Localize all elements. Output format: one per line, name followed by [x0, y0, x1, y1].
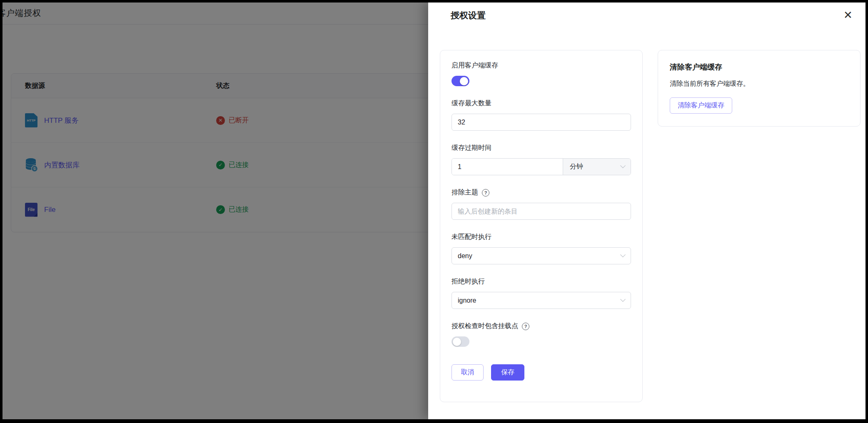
- window-frame: 客户端授权 数据源 状态 HTTP HTTP 服务 ✕ 已断开: [0, 0, 868, 423]
- cache-expire-input[interactable]: [452, 159, 563, 175]
- field-include-mount: 授权检查时包含挂载点 ?: [451, 322, 631, 347]
- enable-cache-toggle[interactable]: [451, 76, 469, 86]
- toggle-knob: [460, 77, 468, 85]
- drawer-title: 授权设置: [451, 10, 486, 21]
- cache-expire-unit-select[interactable]: 分钟: [563, 159, 631, 175]
- authorization-settings-drawer: 授权设置 ✕ 启用客户端缓存 缓存最大数量 缓存过期时间: [428, 2, 866, 419]
- cache-max-input[interactable]: [451, 114, 631, 131]
- field-on-unmatched: 未匹配时执行 deny: [451, 233, 631, 264]
- chevron-down-icon: [620, 163, 626, 168]
- exclude-topic-label: 排除主题: [451, 188, 478, 197]
- on-denied-select[interactable]: ignore: [451, 292, 631, 309]
- field-enable-cache: 启用客户端缓存: [451, 61, 631, 86]
- cancel-button[interactable]: 取消: [451, 364, 484, 381]
- help-icon[interactable]: ?: [522, 323, 529, 330]
- clear-cache-description: 清除当前所有客户端缓存。: [670, 80, 848, 88]
- clear-cache-card: 清除客户端缓存 清除当前所有客户端缓存。 清除客户端缓存: [658, 50, 861, 127]
- on-unmatched-select[interactable]: deny: [451, 247, 631, 264]
- form-actions: 取消 保存: [451, 364, 631, 381]
- cache-settings-card: 启用客户端缓存 缓存最大数量 缓存过期时间 分钟: [440, 50, 643, 402]
- field-cache-max: 缓存最大数量: [451, 99, 631, 131]
- cache-max-label: 缓存最大数量: [451, 99, 631, 108]
- field-exclude-topic: 排除主题 ?: [451, 188, 631, 220]
- chevron-down-icon: [620, 252, 626, 257]
- exclude-topic-input[interactable]: [451, 203, 631, 220]
- field-cache-expire: 缓存过期时间 分钟: [451, 144, 631, 175]
- cache-expire-label: 缓存过期时间: [451, 144, 631, 152]
- include-mount-label: 授权检查时包含挂载点: [451, 322, 518, 331]
- field-on-denied: 拒绝时执行 ignore: [451, 277, 631, 309]
- close-icon[interactable]: ✕: [841, 7, 856, 22]
- help-icon[interactable]: ?: [482, 189, 489, 197]
- drawer-body: 启用客户端缓存 缓存最大数量 缓存过期时间 分钟: [428, 29, 866, 402]
- on-denied-label: 拒绝时执行: [451, 277, 631, 286]
- include-mount-toggle[interactable]: [451, 336, 469, 347]
- on-denied-value: ignore: [458, 297, 476, 304]
- drawer-header: 授权设置 ✕: [428, 2, 866, 29]
- toggle-knob: [453, 338, 461, 346]
- save-button[interactable]: 保存: [491, 364, 524, 381]
- cache-expire-group: 分钟: [451, 158, 631, 175]
- chevron-down-icon: [620, 296, 626, 302]
- unit-value: 分钟: [570, 162, 583, 171]
- app-screen: 客户端授权 数据源 状态 HTTP HTTP 服务 ✕ 已断开: [2, 2, 866, 419]
- clear-cache-button[interactable]: 清除客户端缓存: [670, 97, 732, 114]
- on-unmatched-value: deny: [458, 252, 472, 260]
- enable-cache-label: 启用客户端缓存: [451, 61, 631, 70]
- on-unmatched-label: 未匹配时执行: [451, 233, 631, 241]
- clear-cache-title: 清除客户端缓存: [670, 62, 848, 72]
